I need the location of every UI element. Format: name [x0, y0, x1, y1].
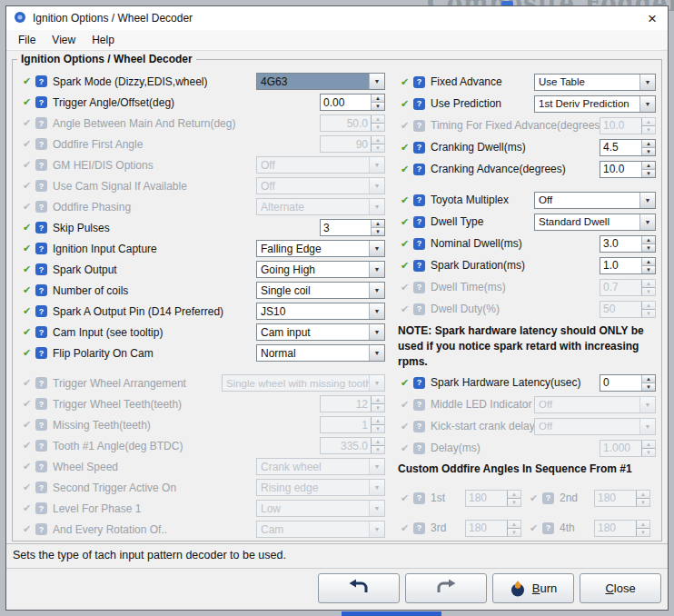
- spinner-delay-ms: 1.000▲▼: [600, 440, 656, 457]
- spinner-up-icon[interactable]: ▲: [642, 258, 655, 265]
- help-icon[interactable]: ?: [413, 238, 425, 250]
- chevron-down-icon: ▼: [369, 375, 384, 391]
- option-label: Number of coils: [53, 284, 256, 297]
- spinner-down-icon[interactable]: ▼: [372, 102, 384, 110]
- spinner-nominal-dwell-ms[interactable]: 3.0▲▼: [600, 235, 656, 253]
- help-icon[interactable]: ?: [35, 347, 47, 359]
- dropdown-number-of-coils[interactable]: Single coil▼: [256, 282, 385, 299]
- spinner-down-icon[interactable]: ▼: [642, 169, 655, 177]
- option-label: Second Trigger Active On: [53, 482, 256, 494]
- spinner-up-icon[interactable]: ▲: [372, 94, 384, 102]
- dropdown-spark-mode-dizzy-edis-wheel[interactable]: 4G63▼: [256, 73, 385, 90]
- option-row-skip-pulses: ✔?Skip Pulses3▲▼: [20, 217, 385, 238]
- help-icon[interactable]: ?: [413, 260, 425, 272]
- option-row-spark-hardware-latency-usec: ✔?Spark Hardware Latency(usec)0▲▼: [398, 372, 656, 393]
- chevron-down-icon[interactable]: ▼: [369, 74, 384, 89]
- oddfire-header: Custom Oddfire Angles In Sequence From #…: [398, 459, 656, 479]
- chevron-down-icon[interactable]: ▼: [369, 324, 384, 340]
- help-icon[interactable]: ?: [35, 222, 47, 233]
- check-icon: ✔: [398, 421, 411, 432]
- option-label: And Every Rotation Of..: [53, 523, 256, 536]
- help-icon[interactable]: ?: [413, 194, 425, 206]
- help-icon: ?: [35, 523, 47, 535]
- help-icon[interactable]: ?: [35, 305, 47, 317]
- spinner-spark-hardware-latency-usec[interactable]: 0▲▼: [600, 374, 656, 392]
- spinner-trigger-wheel-teeth-teeth: 12▲▼: [320, 395, 385, 412]
- spinner-down-icon[interactable]: ▼: [372, 227, 384, 235]
- dropdown-toyota-multiplex[interactable]: Off▼: [534, 192, 656, 209]
- chevron-down-icon[interactable]: ▼: [369, 241, 384, 256]
- chevron-down-icon[interactable]: ▼: [639, 75, 655, 90]
- burn-button[interactable]: Burn: [492, 573, 574, 603]
- close-icon[interactable]: ×: [644, 11, 660, 26]
- undo-button[interactable]: [318, 573, 400, 603]
- close-button[interactable]: Close: [580, 573, 661, 603]
- dropdown-spark-output[interactable]: Going High▼: [256, 261, 385, 278]
- help-icon: ?: [35, 117, 47, 129]
- spinner-value: 10.0: [600, 118, 641, 134]
- option-row-delay-ms: ✔?Delay(ms)1.000▲▼: [398, 437, 656, 459]
- dropdown-spark-a-output-pin-d14-preferred[interactable]: JS10▼: [256, 303, 385, 320]
- option-row-level-for-phase-1: ✔?Level For Phase 1Low▼: [20, 498, 385, 519]
- spinner-spark-duration-ms[interactable]: 1.0▲▼: [600, 257, 656, 274]
- chevron-down-icon[interactable]: ▼: [369, 262, 384, 277]
- chevron-down-icon[interactable]: ▼: [369, 283, 384, 298]
- dropdown-kick-start-crank-delay: Off▼: [534, 418, 656, 435]
- spinner-cranking-dwell-ms[interactable]: 4.5▲▼: [600, 139, 656, 156]
- spinner-up-icon: ▲: [508, 491, 520, 498]
- redo-button[interactable]: [405, 573, 487, 603]
- dropdown-use-prediction[interactable]: 1st Deriv Prediction▼: [534, 95, 656, 113]
- spinner-trigger-angle-offset-deg[interactable]: 0.00▲▼: [320, 94, 385, 111]
- window-title: Ignition Options / Wheel Decoder: [33, 12, 193, 25]
- spinner-up-icon: ▲: [372, 115, 384, 123]
- menu-view[interactable]: View: [44, 32, 84, 48]
- option-label: Use Cam Signal If Available: [53, 180, 256, 193]
- help-icon: ?: [413, 492, 425, 504]
- menu-file[interactable]: File: [10, 32, 44, 48]
- spinner-skip-pulses[interactable]: 3▲▼: [320, 219, 385, 236]
- spinner-cranking-advance-degrees[interactable]: 10.0▲▼: [600, 161, 656, 178]
- check-icon: ✔: [398, 303, 411, 315]
- help-icon[interactable]: ?: [35, 284, 47, 296]
- group-title: Ignition Options / Wheel Decoder: [17, 53, 196, 65]
- chevron-down-icon[interactable]: ▼: [369, 303, 384, 319]
- spinner-value: 180: [466, 491, 507, 506]
- spinner-up-icon[interactable]: ▲: [642, 236, 655, 243]
- spinner-dwell-duty: 50▲▼: [600, 301, 656, 318]
- help-icon[interactable]: ?: [35, 243, 47, 254]
- dropdown-fixed-advance[interactable]: Use Table▼: [534, 74, 656, 91]
- spinner-down-icon[interactable]: ▼: [642, 265, 655, 273]
- dropdown-dwell-type[interactable]: Standard Dwell▼: [534, 214, 656, 231]
- dropdown-ignition-input-capture[interactable]: Falling Edge▼: [256, 240, 385, 257]
- chevron-down-icon[interactable]: ▼: [639, 193, 655, 208]
- check-icon: ✔: [398, 260, 411, 272]
- redo-icon: [435, 578, 457, 599]
- option-row-spark-mode-dizzy-edis-wheel: ✔?Spark Mode (Dizzy,EDIS,wheel)4G63▼: [20, 71, 385, 92]
- help-icon[interactable]: ?: [35, 75, 47, 87]
- check-icon: ✔: [20, 482, 34, 493]
- help-icon[interactable]: ?: [413, 76, 425, 88]
- dropdown-cam-input-see-tooltip[interactable]: Cam input▼: [256, 323, 385, 341]
- chevron-down-icon[interactable]: ▼: [639, 96, 655, 112]
- chevron-down-icon[interactable]: ▼: [639, 214, 655, 230]
- spinner-down-icon[interactable]: ▼: [642, 383, 655, 391]
- spinner-up-icon[interactable]: ▲: [372, 220, 384, 227]
- dropdown-flip-polarity-on-cam[interactable]: Normal▼: [256, 344, 385, 362]
- spinner-up-icon: ▲: [642, 118, 655, 125]
- help-icon[interactable]: ?: [413, 98, 425, 110]
- spinner-down-icon[interactable]: ▼: [642, 243, 655, 252]
- help-icon[interactable]: ?: [413, 164, 425, 175]
- check-icon: ✔: [20, 263, 34, 275]
- help-icon[interactable]: ?: [413, 142, 425, 154]
- spinner-up-icon[interactable]: ▲: [642, 140, 655, 147]
- spinner-down-icon[interactable]: ▼: [642, 147, 655, 155]
- help-icon[interactable]: ?: [413, 216, 425, 228]
- help-icon[interactable]: ?: [413, 377, 425, 389]
- spinner-up-icon[interactable]: ▲: [642, 375, 655, 383]
- chevron-down-icon[interactable]: ▼: [369, 345, 384, 361]
- help-icon[interactable]: ?: [35, 96, 47, 108]
- help-icon[interactable]: ?: [35, 326, 47, 338]
- help-icon[interactable]: ?: [35, 263, 47, 275]
- menu-help[interactable]: Help: [84, 32, 123, 48]
- spinner-up-icon[interactable]: ▲: [642, 162, 655, 169]
